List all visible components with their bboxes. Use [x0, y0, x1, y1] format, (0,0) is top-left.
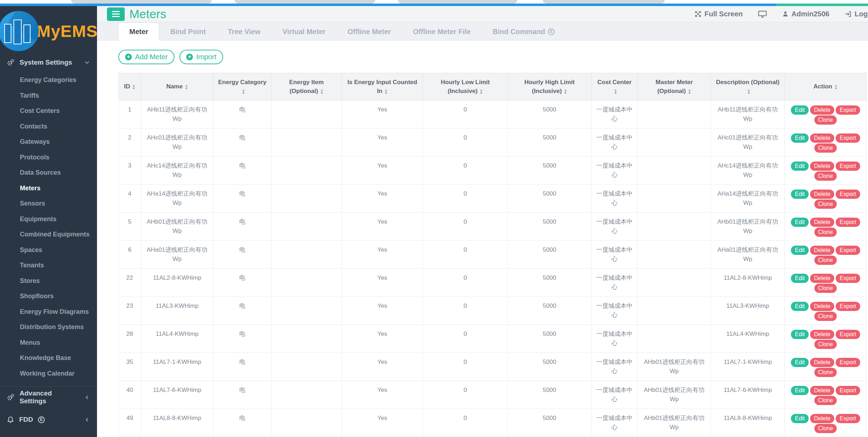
full-screen-button[interactable]: Full Screen — [694, 10, 743, 18]
edit-button[interactable]: Edit — [791, 105, 809, 115]
sidebar-toggle-button[interactable] — [107, 7, 125, 21]
delete-button[interactable]: Delete — [810, 302, 834, 311]
sidebar-item-shopfloors[interactable]: Shopfloors — [0, 289, 97, 304]
col-header-hourly-high-limit-inclusive[interactable]: Hourly High Limit(Inclusive)▲▼ — [508, 73, 592, 100]
delete-button[interactable]: Delete — [810, 386, 834, 395]
sidebar-item-energy-flow-diagrams[interactable]: Energy Flow Diagrams — [0, 304, 97, 320]
sidebar-item-contacts[interactable]: Contacts — [0, 119, 97, 135]
sort-icon[interactable]: ▲▼ — [320, 89, 323, 94]
clone-button[interactable]: Clone — [814, 284, 837, 293]
edit-button[interactable]: Edit — [791, 330, 809, 339]
tab-bind-command[interactable]: Bind CommandE — [482, 22, 566, 40]
sort-icon[interactable]: ▲▼ — [614, 89, 617, 94]
clone-button[interactable]: Clone — [814, 368, 837, 377]
export-button[interactable]: Export — [836, 414, 860, 423]
edit-button[interactable]: Edit — [791, 274, 809, 283]
sidebar-item-protocols[interactable]: Protocols — [0, 150, 97, 165]
sidebar-item-tariffs[interactable]: Tariffs — [0, 88, 97, 104]
clone-button[interactable]: Clone — [814, 340, 837, 349]
edit-button[interactable]: Edit — [791, 190, 809, 199]
delete-button[interactable]: Delete — [810, 358, 834, 367]
sort-icon[interactable]: ▲▼ — [242, 89, 245, 94]
sidebar-item-distribution-systems[interactable]: Distribution Systems — [0, 319, 97, 335]
sort-icon[interactable]: ▲▼ — [834, 84, 837, 90]
export-button[interactable]: Export — [836, 330, 860, 339]
col-header-action[interactable]: Action▲▼ — [785, 73, 867, 100]
col-header-hourly-low-limit-inclusive[interactable]: Hourly Low Limit(Inclusive)▲▼ — [423, 73, 508, 100]
sidebar-section-system-settings[interactable]: System Settings — [0, 54, 97, 71]
sidebar-item-stores[interactable]: Stores — [0, 273, 97, 289]
tab-meter[interactable]: Meter — [118, 22, 159, 40]
tab-bind-point[interactable]: Bind Point — [159, 22, 217, 40]
export-button[interactable]: Export — [836, 218, 860, 227]
export-button[interactable]: Export — [836, 105, 860, 115]
sort-icon[interactable]: ▲▼ — [688, 89, 691, 94]
edit-button[interactable]: Edit — [791, 386, 809, 395]
delete-button[interactable]: Delete — [810, 162, 834, 171]
col-header-description-optional[interactable]: Description (Optional)▲▼ — [711, 73, 785, 100]
edit-button[interactable]: Edit — [791, 414, 809, 423]
user-menu[interactable]: Admin2506 — [782, 10, 830, 18]
clone-button[interactable]: Clone — [814, 200, 837, 209]
col-header-energy-item-optional[interactable]: Energy Item(Optional)▲▼ — [271, 73, 342, 100]
logo[interactable]: MyEMS — [0, 6, 97, 54]
clone-button[interactable]: Clone — [814, 171, 837, 181]
edit-button[interactable]: Edit — [791, 246, 809, 255]
col-header-is-energy-input-counted-in[interactable]: Is Energy Input CountedIn▲▼ — [342, 73, 423, 100]
export-button[interactable]: Export — [836, 133, 860, 143]
sidebar-item-gateways[interactable]: Gateways — [0, 134, 97, 150]
delete-button[interactable]: Delete — [810, 190, 834, 199]
sidebar-item-equipments[interactable]: Equipments — [0, 212, 97, 227]
sidebar-item-cost-centers[interactable]: Cost Centers — [0, 103, 97, 119]
col-header-name[interactable]: Name▲▼ — [141, 73, 214, 100]
edit-button[interactable]: Edit — [791, 358, 809, 367]
delete-button[interactable]: Delete — [810, 274, 834, 283]
sidebar-item-combined-equipments[interactable]: Combined Equipments — [0, 227, 97, 242]
delete-button[interactable]: Delete — [810, 105, 834, 115]
sidebar-item-spaces[interactable]: Spaces — [0, 242, 97, 258]
export-button[interactable]: Export — [836, 274, 860, 283]
import-button[interactable]: + Import — [179, 50, 223, 64]
clone-button[interactable]: Clone — [814, 115, 837, 125]
sidebar-item-data-sources[interactable]: Data Sources — [0, 165, 97, 181]
sort-icon[interactable]: ▲▼ — [564, 89, 567, 94]
col-header-cost-center[interactable]: Cost Center▲▼ — [592, 73, 638, 100]
sort-icon[interactable]: ▲▼ — [384, 89, 388, 94]
sort-icon[interactable]: ▲▼ — [480, 89, 483, 94]
clone-button[interactable]: Clone — [814, 396, 837, 405]
export-button[interactable]: Export — [836, 162, 860, 171]
sidebar-item-working-calendar[interactable]: Working Calendar — [0, 366, 97, 382]
monitor-icon[interactable] — [758, 10, 767, 18]
export-button[interactable]: Export — [836, 358, 860, 367]
clone-button[interactable]: Clone — [814, 143, 837, 153]
edit-button[interactable]: Edit — [791, 218, 809, 227]
sidebar-item-energy-categories[interactable]: Energy Categories — [0, 72, 97, 88]
edit-button[interactable]: Edit — [791, 133, 809, 143]
col-header-id[interactable]: ID▲▼ — [119, 73, 141, 100]
delete-button[interactable]: Delete — [810, 414, 834, 423]
export-button[interactable]: Export — [836, 302, 860, 311]
delete-button[interactable]: Delete — [810, 133, 834, 143]
edit-button[interactable]: Edit — [791, 302, 809, 311]
delete-button[interactable]: Delete — [810, 330, 834, 339]
col-header-master-meter-optional[interactable]: Master Meter(Optional)▲▼ — [638, 73, 711, 100]
export-button[interactable]: Export — [836, 246, 860, 255]
sort-icon[interactable]: ▲▼ — [185, 84, 188, 90]
add-meter-button[interactable]: + Add Meter — [118, 50, 174, 64]
tab-offline-meter[interactable]: Offline Meter — [336, 22, 402, 40]
sidebar-item-menus[interactable]: Menus — [0, 335, 97, 351]
export-button[interactable]: Export — [836, 386, 860, 395]
sort-icon[interactable]: ▲▼ — [132, 84, 135, 90]
edit-button[interactable]: Edit — [791, 162, 809, 171]
clone-button[interactable]: Clone — [814, 424, 837, 433]
sidebar-section-users-privileges[interactable]: Users & Privileges — [0, 433, 97, 437]
sidebar-item-knowledge-base[interactable]: Knowledge Base — [0, 350, 97, 366]
sidebar-item-tenants[interactable]: Tenants — [0, 258, 97, 273]
tab-offline-meter-file[interactable]: Offline Meter File — [402, 22, 481, 40]
tab-tree-view[interactable]: Tree View — [217, 22, 271, 40]
delete-button[interactable]: Delete — [810, 218, 834, 227]
clone-button[interactable]: Clone — [814, 312, 837, 321]
sidebar-item-meters[interactable]: Meters — [0, 181, 97, 196]
logout-button[interactable]: Logout — [844, 10, 868, 18]
delete-button[interactable]: Delete — [810, 246, 834, 255]
